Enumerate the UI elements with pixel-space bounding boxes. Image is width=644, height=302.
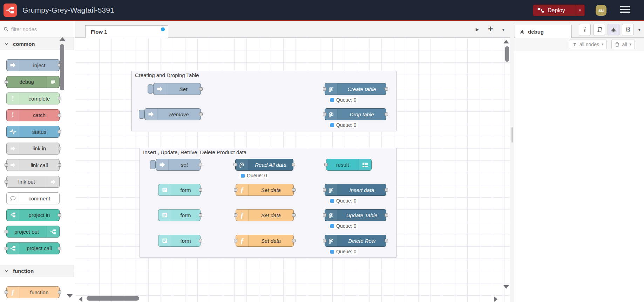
flow-list-caret-icon[interactable]: ▾ bbox=[502, 27, 504, 32]
palette-node-link-out[interactable]: link out bbox=[6, 176, 60, 188]
canvas-node-set-data[interactable]: ƒSet data bbox=[236, 235, 294, 247]
output-port[interactable] bbox=[199, 163, 202, 166]
input-port[interactable] bbox=[5, 163, 8, 167]
splitter-handle[interactable] bbox=[511, 127, 513, 143]
palette-node-inject[interactable]: inject bbox=[6, 59, 60, 71]
canvas-scroll-left-arrow[interactable] bbox=[79, 296, 82, 302]
canvas-scroll-right-arrow[interactable] bbox=[494, 296, 497, 302]
canvas-node-drop-table[interactable]: Drop table bbox=[325, 108, 386, 120]
canvas-scroll-down-arrow[interactable] bbox=[503, 285, 509, 289]
input-port[interactable] bbox=[234, 239, 237, 242]
input-port[interactable] bbox=[323, 87, 326, 91]
input-port[interactable] bbox=[233, 163, 237, 166]
canvas-node-result[interactable]: result bbox=[326, 159, 372, 171]
canvas-node-insert-data[interactable]: Insert data bbox=[325, 184, 386, 196]
canvas-node-form[interactable]: form bbox=[158, 209, 201, 221]
palette-scroll-up-arrow[interactable] bbox=[60, 37, 65, 41]
add-flow-button[interactable]: + bbox=[488, 24, 493, 34]
output-port[interactable] bbox=[58, 290, 61, 294]
input-port[interactable] bbox=[234, 213, 237, 217]
debug-filter-button[interactable]: all nodes ▾ bbox=[569, 40, 607, 49]
input-port[interactable] bbox=[5, 290, 8, 294]
sidebar-splitter[interactable] bbox=[510, 21, 514, 302]
output-port[interactable] bbox=[385, 188, 388, 192]
palette-node-function[interactable]: ƒfunction bbox=[6, 286, 60, 298]
main-menu-button[interactable] bbox=[620, 6, 630, 14]
inject-button[interactable] bbox=[139, 110, 144, 119]
input-port[interactable] bbox=[5, 230, 8, 233]
palette-node-link-in[interactable]: link in bbox=[6, 143, 60, 155]
input-port[interactable] bbox=[323, 188, 326, 192]
palette-scroll-down-arrow[interactable] bbox=[67, 294, 73, 298]
canvas-node-form[interactable]: form bbox=[158, 235, 201, 247]
output-port[interactable] bbox=[292, 163, 295, 166]
deploy-options-caret[interactable]: ▾ bbox=[575, 5, 584, 16]
canvas-node-set-data[interactable]: ƒSet data bbox=[236, 184, 294, 196]
palette-node-debug[interactable]: debug bbox=[6, 76, 60, 88]
output-port[interactable] bbox=[199, 239, 202, 242]
output-port[interactable] bbox=[58, 97, 61, 100]
output-port[interactable] bbox=[292, 213, 296, 217]
canvas-node-read-all-data[interactable]: Read All data bbox=[235, 159, 293, 171]
input-port[interactable] bbox=[323, 213, 326, 217]
output-port[interactable] bbox=[58, 247, 61, 250]
info-tab-button[interactable]: i bbox=[579, 24, 591, 35]
input-port[interactable] bbox=[323, 239, 326, 242]
tab-debug[interactable]: debug bbox=[515, 25, 572, 38]
input-port[interactable] bbox=[5, 247, 8, 250]
canvas-node-create-table[interactable]: Create table bbox=[325, 83, 386, 95]
input-port[interactable] bbox=[323, 112, 326, 116]
output-port[interactable] bbox=[58, 130, 61, 133]
palette-category-function[interactable]: function bbox=[0, 265, 74, 277]
output-port[interactable] bbox=[385, 87, 388, 91]
output-port[interactable] bbox=[199, 112, 203, 116]
palette-node-status[interactable]: status bbox=[6, 126, 60, 138]
output-port[interactable] bbox=[292, 239, 296, 242]
inject-button[interactable] bbox=[150, 160, 156, 169]
output-port[interactable] bbox=[199, 87, 203, 91]
palette-node-project-out[interactable]: project out bbox=[6, 226, 60, 238]
palette-node-project-in[interactable]: project in bbox=[6, 209, 60, 221]
output-port[interactable] bbox=[292, 188, 296, 192]
palette-filter-input[interactable] bbox=[11, 26, 64, 32]
palette-node-comment[interactable]: comment bbox=[6, 192, 60, 204]
config-tab-button[interactable]: ⚙ bbox=[622, 24, 634, 35]
output-port[interactable] bbox=[385, 239, 388, 242]
output-port[interactable] bbox=[199, 213, 202, 217]
canvas-node-set[interactable]: Set bbox=[153, 83, 201, 95]
canvas-node-remove[interactable]: Remove bbox=[144, 108, 201, 120]
tab-scroll-right-icon[interactable]: ▶ bbox=[476, 27, 479, 32]
palette-node-catch[interactable]: !catch bbox=[6, 109, 60, 121]
tab-flow-1[interactable]: Flow 1 bbox=[85, 25, 168, 38]
input-port[interactable] bbox=[5, 80, 8, 84]
inject-button[interactable] bbox=[148, 84, 153, 94]
output-port[interactable] bbox=[58, 213, 61, 217]
canvas-node-set-data[interactable]: ƒSet data bbox=[236, 209, 294, 221]
input-port[interactable] bbox=[5, 180, 8, 184]
canvas-hscrollbar-thumb[interactable] bbox=[87, 296, 139, 301]
deploy-button[interactable]: Deploy ▾ bbox=[533, 5, 585, 16]
debug-clear-button[interactable]: all ▾ bbox=[611, 40, 635, 49]
output-port[interactable] bbox=[58, 163, 61, 167]
debug-tab-button[interactable] bbox=[608, 24, 619, 35]
output-port[interactable] bbox=[199, 188, 202, 192]
palette-node-project-call[interactable]: project call bbox=[6, 242, 60, 254]
flow-canvas[interactable]: Creating and Droping TableSetCreate tabl… bbox=[75, 38, 510, 302]
input-port[interactable] bbox=[324, 163, 328, 166]
user-avatar[interactable]: su bbox=[596, 5, 606, 16]
palette-node-link-call[interactable]: link call bbox=[6, 159, 60, 171]
canvas-node-delete-row[interactable]: Delete Row bbox=[325, 235, 386, 247]
palette-scrollbar-thumb[interactable] bbox=[60, 44, 64, 90]
canvas-node-update-table[interactable]: Update Table bbox=[325, 209, 386, 221]
canvas-scroll-up-arrow[interactable] bbox=[503, 40, 509, 43]
output-port[interactable] bbox=[385, 112, 388, 116]
output-port[interactable] bbox=[58, 114, 61, 117]
palette-node-complete[interactable]: !complete bbox=[6, 92, 60, 104]
canvas-vscrollbar-thumb[interactable] bbox=[505, 46, 509, 62]
canvas-node-set[interactable]: set bbox=[156, 159, 201, 171]
output-port[interactable] bbox=[58, 147, 61, 150]
input-port[interactable] bbox=[234, 188, 237, 192]
sidebar-options-caret-icon[interactable]: ▾ bbox=[638, 27, 640, 32]
canvas-node-form[interactable]: form bbox=[158, 184, 201, 196]
help-tab-button[interactable] bbox=[593, 24, 605, 35]
